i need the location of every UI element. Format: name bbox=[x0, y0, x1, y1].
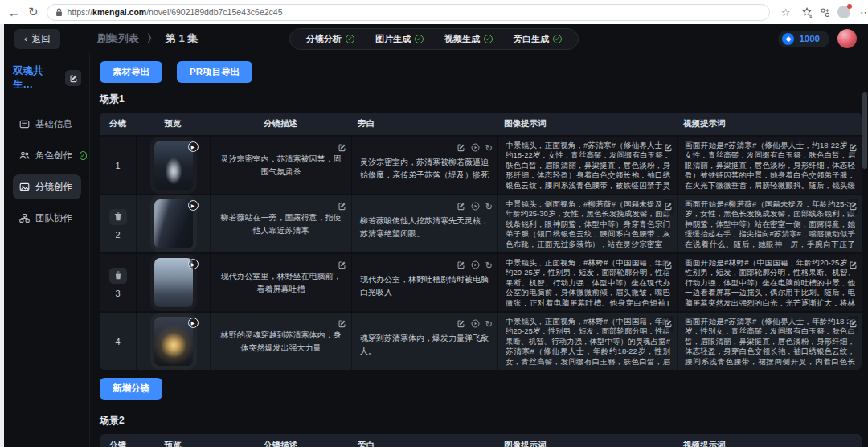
shot-description: 林野的灵魂穿越到苏清寒体内，身体突然爆发出强大力量 bbox=[219, 329, 343, 354]
narration-text: 现代办公室，林野吐槽剧情时被电脑白光吸入 bbox=[360, 273, 489, 298]
edit-image-prompt-icon[interactable] bbox=[663, 140, 674, 156]
characters-icon bbox=[19, 150, 30, 161]
image-prompt-text: 中景镜头，正面视角，#林野#（中国国籍，年龄约20-25岁，性别男，短发，面部轮… bbox=[506, 258, 670, 307]
user-avatar[interactable] bbox=[837, 29, 857, 48]
sidebar-item-storyboard-creation[interactable]: 分镜创作 bbox=[13, 174, 81, 199]
app-window: ‹ 返回 剧集列表 〉 第 1 集 分镜分析✓ 图片生成✓ 视频生成✓ 旁白生成… bbox=[0, 24, 868, 447]
bookmark-star-icon[interactable]: ☆ bbox=[778, 6, 794, 18]
delete-shot-button[interactable] bbox=[109, 209, 127, 225]
edit-video-prompt-icon[interactable] bbox=[848, 140, 858, 156]
edit-narration-icon[interactable] bbox=[457, 317, 465, 331]
edit-narration-icon[interactable] bbox=[457, 199, 465, 214]
browser-menu-icon[interactable]: ⋯ bbox=[858, 6, 868, 18]
sidebar-item-team-collaboration[interactable]: 团队协作 bbox=[13, 206, 81, 231]
browser-profile-icon[interactable] bbox=[837, 6, 850, 18]
status-pill-group: 分镜分析✓ 图片生成✓ 视频生成✓ 旁白生成✓ bbox=[289, 28, 579, 50]
credits-badge[interactable]: ◆ 1000 bbox=[778, 31, 829, 47]
storyboard-icon bbox=[19, 182, 30, 192]
pill-video-generation[interactable]: 视频生成✓ bbox=[444, 33, 493, 45]
edit-image-prompt-icon[interactable] bbox=[663, 257, 674, 273]
main-content: 素材导出 PR项目导出 场景1 分镜预览分镜描述旁白图像提示词视频提示词 1 ▶… bbox=[90, 53, 868, 447]
regenerate-narration-icon[interactable]: ↻ bbox=[485, 320, 493, 329]
regenerate-narration-icon[interactable]: ↻ bbox=[485, 203, 493, 211]
breadcrumb: 剧集列表 〉 第 1 集 bbox=[97, 31, 198, 46]
breadcrumb-parent[interactable]: 剧集列表 bbox=[97, 31, 139, 46]
shot-thumbnail[interactable]: ▶ bbox=[154, 258, 193, 307]
shot-description: 柳若薇站在一旁，面露得意，指使他人靠近苏清寒 bbox=[219, 211, 343, 236]
table-header-row: 分镜预览分镜描述旁白图像提示词视频提示词 bbox=[100, 113, 862, 135]
edit-image-prompt-icon[interactable] bbox=[663, 316, 674, 332]
table-row: 4 ▶ 林野的灵魂穿越到苏清寒体内，身体突然爆发出强大力量 ↻ 魂 bbox=[100, 311, 862, 370]
edit-icon bbox=[69, 74, 78, 83]
reading-list-icon[interactable] bbox=[801, 7, 813, 18]
browser-back-icon[interactable]: ← bbox=[8, 6, 20, 19]
check-icon: ✓ bbox=[484, 35, 493, 43]
info-card-icon bbox=[19, 119, 30, 129]
sidebar-item-basic-info[interactable]: 基础信息 bbox=[13, 112, 81, 137]
edit-video-prompt-icon[interactable] bbox=[848, 199, 858, 215]
play-narration-icon[interactable] bbox=[471, 258, 480, 273]
credits-amount: 1000 bbox=[799, 34, 820, 43]
coin-icon: ◆ bbox=[782, 33, 794, 45]
add-shot-button[interactable]: 新增分镜 bbox=[100, 378, 162, 400]
play-icon[interactable]: ▶ bbox=[188, 141, 199, 152]
column-header: 旁白 bbox=[351, 118, 497, 129]
sidebar-item-label: 基础信息 bbox=[35, 118, 72, 130]
chevron-icon: 〉 bbox=[147, 31, 158, 46]
play-narration-icon[interactable] bbox=[471, 141, 480, 155]
page-scrollbar[interactable] bbox=[862, 92, 867, 438]
shot-thumbnail[interactable]: ▶ bbox=[154, 199, 193, 248]
check-icon: ✓ bbox=[80, 151, 87, 160]
pill-storyboard-analysis[interactable]: 分镜分析✓ bbox=[306, 33, 354, 45]
edit-description-icon[interactable] bbox=[338, 141, 346, 155]
back-button[interactable]: ‹ 返回 bbox=[14, 29, 60, 49]
team-icon bbox=[19, 213, 30, 224]
column-header: 视频提示词 bbox=[677, 118, 862, 129]
shot-number: 3 bbox=[115, 289, 120, 298]
edit-narration-icon[interactable] bbox=[457, 258, 465, 273]
edit-video-prompt-icon[interactable] bbox=[848, 257, 858, 273]
play-narration-icon[interactable] bbox=[471, 199, 480, 214]
back-chevron-icon: ‹ bbox=[24, 34, 27, 43]
notification-dot bbox=[847, 4, 852, 9]
pill-image-generation[interactable]: 图片生成✓ bbox=[375, 33, 424, 45]
edit-narration-icon[interactable] bbox=[457, 141, 465, 155]
browser-reload-icon[interactable]: ↻ bbox=[28, 5, 39, 19]
pill-narration-generation[interactable]: 旁白生成✓ bbox=[514, 33, 562, 45]
play-icon[interactable]: ▶ bbox=[188, 259, 199, 269]
play-narration-icon[interactable] bbox=[471, 317, 480, 331]
narration-text: 灵汐宗密室内，苏清寒被柳若薇逼迫始修魔，亲传弟子苏落（堤及）惨死 bbox=[360, 156, 489, 181]
table-row: 2 ▶ 柳若薇站在一旁，面露得意，指使他人靠近苏清寒 ↻ 柳若薇唆 bbox=[100, 194, 862, 252]
edit-description-icon[interactable] bbox=[338, 317, 346, 331]
edit-video-prompt-icon[interactable] bbox=[848, 316, 858, 332]
play-icon[interactable]: ▶ bbox=[188, 318, 199, 328]
shot-number: 1 bbox=[115, 161, 120, 170]
extensions-icon[interactable] bbox=[820, 7, 830, 18]
video-prompt-text: 画面开始是#林野#（中国国籍，年龄约20-25岁，性别男，短发，面部轮廓分明，性… bbox=[685, 258, 855, 307]
regenerate-narration-icon[interactable]: ↻ bbox=[485, 261, 493, 270]
shot-description: 灵汐宗密室内，苏清寒被囚禁，周围气氛肃杀 bbox=[219, 153, 343, 178]
shot-description: 现代办公室里，林野坐在电脑前，看着屏幕吐槽 bbox=[219, 270, 343, 295]
scrollbar-thumb[interactable] bbox=[862, 92, 867, 169]
scene-title: 场景2 bbox=[100, 414, 862, 428]
play-icon[interactable]: ▶ bbox=[188, 200, 199, 211]
export-assets-button[interactable]: 素材导出 bbox=[100, 61, 162, 83]
sidebar-item-label: 团队协作 bbox=[35, 212, 72, 224]
shot-thumbnail[interactable]: ▶ bbox=[154, 317, 193, 366]
scene-section: 场景1 分镜预览分镜描述旁白图像提示词视频提示词 1 ▶ 灵汐宗密室内，苏清寒被… bbox=[100, 92, 862, 411]
url-bar[interactable]: https://kmengai.com/novel/6902189ddb7c15… bbox=[47, 4, 770, 21]
edit-description-icon[interactable] bbox=[338, 199, 346, 214]
video-prompt-text: 画面开始是#苏清寒#（修仙界人士，年龄约18-22岁，性别女，青丝高髻，发间缀有… bbox=[685, 317, 855, 366]
shot-thumbnail[interactable]: ▶ bbox=[154, 141, 193, 190]
edit-description-icon[interactable] bbox=[338, 258, 346, 273]
divider bbox=[13, 100, 76, 100]
image-prompt-text: 中景镜头，侧面视角，#柳若薇#（国籍未提及，年龄约25-30岁，女性，黑色长发挽… bbox=[506, 199, 670, 248]
browser-chrome: ← ↻ https://kmengai.com/novel/6902189ddb… bbox=[0, 0, 868, 24]
delete-shot-button[interactable] bbox=[109, 268, 127, 284]
edit-image-prompt-icon[interactable] bbox=[663, 199, 674, 215]
export-pr-button[interactable]: PR项目导出 bbox=[177, 61, 252, 83]
sidebar-item-character-creation[interactable]: 角色创作 ✓ bbox=[13, 143, 81, 168]
project-title: 双魂共生… bbox=[13, 64, 60, 92]
edit-title-button[interactable] bbox=[65, 70, 81, 86]
regenerate-narration-icon[interactable]: ↻ bbox=[485, 144, 493, 153]
